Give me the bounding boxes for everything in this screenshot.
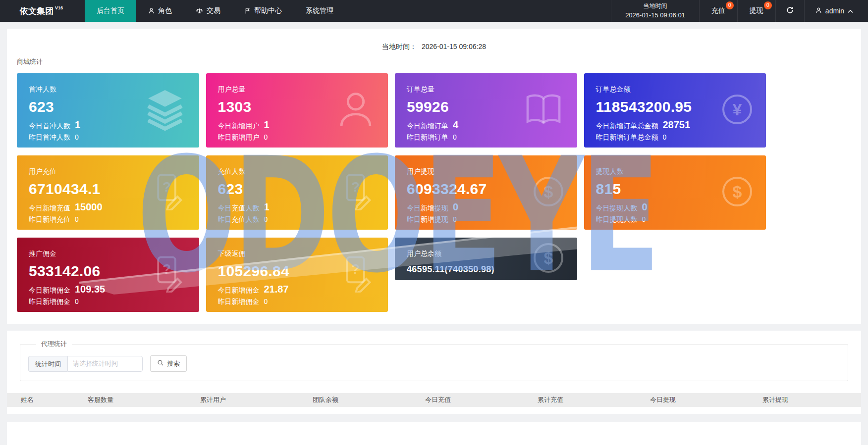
card-today-value: 0	[642, 201, 648, 213]
svg-text:?: ?	[351, 179, 360, 195]
card-today-label: 今日新增充值	[29, 204, 70, 213]
card-yesterday-value: 0	[75, 133, 79, 141]
card-title: 订单总金额	[596, 85, 755, 94]
main-menu: 后台首页 角色 交易 帮助中心 系统管理	[85, 0, 345, 22]
card-yesterday-value: 0	[75, 297, 79, 305]
cards-grid: 首冲人数 623 今日首冲人数 1 昨日首冲人数 0 用户总量 1303 今日新…	[17, 73, 766, 312]
stat-card: 推广佣金 533142.06 今日新增佣金 109.35 昨日新增佣金 0 ?	[17, 238, 199, 312]
card-today-label: 今日首冲人数	[29, 122, 70, 131]
card-yesterday-value: 0	[453, 215, 457, 223]
user-icon	[815, 7, 822, 15]
stat-card: 首冲人数 623 今日首冲人数 1 昨日首冲人数 0	[17, 73, 199, 148]
card-yesterday-value: 0	[75, 215, 79, 223]
card-today-label: 今日新增订单总金额	[596, 122, 658, 131]
svg-text:¥: ¥	[733, 100, 742, 119]
stat-card: 用户总量 1303 今日新增用户 1 昨日新增用户 0	[206, 73, 388, 148]
card-title: 用户提现	[407, 167, 565, 176]
stat-time-label: 统计时间	[28, 356, 67, 372]
local-time-label: 当地时间	[644, 1, 667, 11]
book-icon	[523, 92, 564, 129]
bottom-panel	[7, 422, 861, 445]
section-title-agent-stats: 代理统计	[36, 340, 72, 348]
brand-version: V16	[55, 5, 63, 10]
card-yesterday-label: 昨日首冲人数	[29, 133, 70, 142]
brand-logo: 依文集团 V16	[0, 0, 85, 22]
column-header: 累计充值	[524, 396, 636, 404]
refresh-icon	[786, 6, 794, 16]
svg-text:?: ?	[351, 261, 360, 277]
card-today-value: 0	[453, 201, 458, 213]
chevron-up-icon	[848, 7, 853, 15]
svg-text:?: ?	[163, 261, 171, 277]
navbar-local-time: 当地时间 2026-01-15 09:06:01	[611, 0, 699, 22]
clipboard-pencil-icon: ?	[339, 173, 375, 212]
card-yesterday-value: 0	[453, 133, 457, 141]
search-button-label: 搜索	[167, 359, 180, 368]
clipboard-pencil-icon: ?	[151, 173, 186, 212]
stat-time-input[interactable]	[67, 356, 143, 372]
recharge-button[interactable]: 充值 0	[699, 0, 737, 22]
menu-item-label: 角色	[158, 6, 172, 15]
column-header: 客服数量	[74, 396, 186, 404]
svg-text:$: $	[733, 182, 742, 201]
card-yesterday-label: 昨日新增订单	[407, 133, 448, 142]
recharge-badge: 0	[726, 1, 734, 9]
yen-circle-icon: ¥	[721, 94, 753, 127]
flag-icon	[244, 7, 251, 14]
stat-card: 订单总量 59926 今日新增订单 4 昨日新增订单 0	[395, 73, 577, 148]
card-yesterday-line: 昨日新增充值 0	[29, 215, 187, 224]
user-icon	[336, 89, 375, 132]
card-yesterday-label: 昨日新增订单总金额	[596, 133, 658, 142]
menu-item-trade[interactable]: 交易	[184, 0, 232, 22]
user-menu[interactable]: admin	[804, 0, 868, 22]
card-today-label: 今日新增订单	[407, 122, 448, 131]
clipboard-pencil-icon: ?	[151, 255, 186, 295]
card-today-value: 1	[264, 119, 270, 131]
card-yesterday-line: 昨日新增订单总金额 0	[596, 133, 755, 142]
card-yesterday-label: 昨日新增充值	[29, 215, 70, 224]
username: admin	[825, 7, 844, 15]
agent-stats-panel: 代理统计 统计时间 搜索 姓名客服数量累计用户团队余额今日充值累计充值今日提现累…	[7, 331, 861, 414]
withdraw-label: 提现	[750, 6, 763, 15]
column-header: 姓名	[7, 396, 74, 404]
card-today-value: 109.35	[75, 284, 105, 295]
card-yesterday-value: 0	[264, 133, 268, 141]
menu-item-label: 后台首页	[97, 6, 124, 15]
card-today-label: 今日提现人数	[596, 204, 638, 213]
menu-item-dashboard[interactable]: 后台首页	[85, 0, 136, 22]
agent-stats-fieldset: 代理统计 统计时间 搜索	[20, 340, 848, 381]
menu-item-help-center[interactable]: 帮助中心	[232, 0, 294, 22]
stat-card: 提现人数 815 今日提现人数 0 昨日提现人数 0 $	[584, 155, 766, 230]
menu-item-label: 交易	[207, 6, 220, 15]
card-today-value: 28751	[663, 119, 691, 131]
card-today-value: 1	[75, 119, 80, 131]
svg-text:$: $	[543, 182, 553, 201]
card-today-label: 今日新增用户	[218, 122, 260, 131]
scale-icon	[196, 7, 203, 14]
stat-time-input-group: 统计时间	[28, 356, 143, 372]
menu-item-system-settings[interactable]: 系统管理	[294, 0, 345, 22]
search-button[interactable]: 搜索	[150, 355, 187, 372]
agent-table-header: 姓名客服数量累计用户团队余额今日充值累计充值今日提现累计提现	[7, 393, 861, 407]
card-yesterday-line: 昨日新增订单 0	[407, 133, 565, 142]
card-yesterday-label: 昨日提现人数	[596, 215, 638, 224]
card-yesterday-line: 昨日提现人数 0	[596, 215, 755, 224]
search-icon	[157, 359, 164, 368]
card-yesterday-label: 昨日充值人数	[218, 215, 260, 224]
card-today-label: 今日新增佣金	[218, 286, 260, 295]
layers-icon	[144, 88, 186, 133]
dollar-circle-icon: $	[721, 176, 753, 209]
stat-card: 下级返佣 105296.84 今日新增佣金 21.87 昨日新增佣金 0 ?	[206, 238, 388, 312]
card-yesterday-label: 昨日新增佣金	[218, 297, 260, 306]
dollar-circle-icon: $	[533, 176, 564, 209]
stat-card: 用户提现 6093324.67 今日新增提现 0 昨日新增提现 0 $	[395, 155, 577, 230]
withdraw-button[interactable]: 提现 0	[737, 0, 775, 22]
stat-card: 用户总余额 46595.11(740350.98) $	[395, 238, 577, 280]
card-yesterday-value: 0	[663, 133, 667, 141]
page-local-time-label: 当地时间：	[382, 43, 417, 50]
recharge-label: 充值	[711, 6, 725, 15]
column-header: 今日充值	[411, 396, 524, 404]
refresh-button[interactable]	[775, 0, 804, 22]
stat-card: 充值人数 623 今日充值人数 1 昨日充值人数 0 ?	[206, 155, 388, 230]
menu-item-roles[interactable]: 角色	[136, 0, 184, 22]
